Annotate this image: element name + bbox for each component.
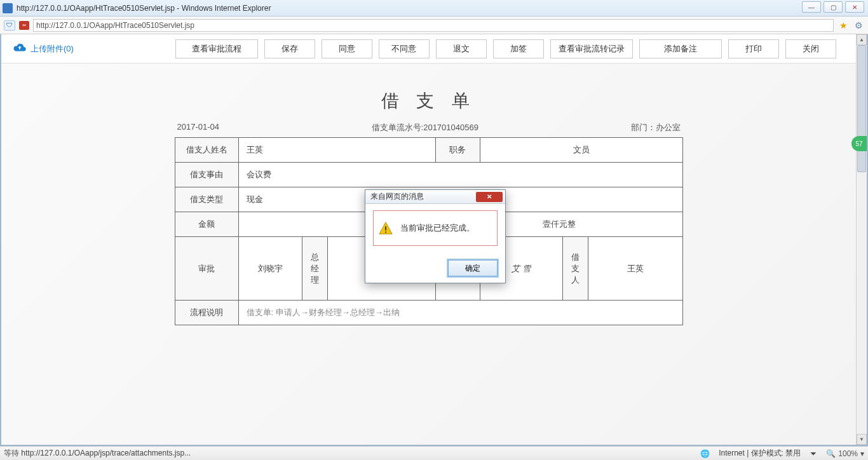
borrower-value: 王英: [588, 237, 682, 301]
form-department: 部门：办公室: [631, 122, 681, 133]
cosign-button[interactable]: 加签: [493, 39, 544, 58]
form-date: 2017-01-04: [177, 122, 220, 133]
window-title: http://127.0.0.1/OAapp/HtTrace0510Servle…: [17, 4, 271, 13]
approve-label: 审批: [175, 237, 238, 301]
window-controls: — ▢ ✕: [802, 1, 864, 13]
side-notification-badge[interactable]: 57: [851, 136, 867, 151]
status-bar: 等待 http://127.0.0.1/OAapp/jsp/trace/atta…: [0, 446, 868, 460]
protected-mode-toggle-icon[interactable]: ⏷: [810, 449, 817, 458]
globe-icon: 🌐: [700, 449, 710, 458]
form-meta-row: 2017-01-04 借支单流水号:201701040569 部门：办公室: [175, 122, 683, 133]
alert-message: 当前审批已经完成。: [400, 222, 475, 234]
reason-value: 会议费: [238, 163, 682, 187]
security-shield-icon[interactable]: 🛡: [4, 20, 15, 30]
agree-button[interactable]: 同意: [322, 39, 372, 58]
add-remark-button[interactable]: 添加备注: [639, 39, 722, 58]
address-bar: 🛡 ∞ http://127.0.0.1/OAapp/HtTrace0510Se…: [0, 17, 868, 34]
url-input[interactable]: http://127.0.0.1/OAapp/HtTrace0510Servle…: [33, 19, 834, 32]
scroll-down-arrow[interactable]: ▼: [857, 434, 867, 445]
alert-ok-button[interactable]: 确定: [448, 260, 498, 276]
scroll-track[interactable]: [857, 45, 867, 434]
tools-icon[interactable]: ⚙: [853, 20, 864, 30]
cloud-upload-icon: [13, 43, 27, 55]
favorites-icon[interactable]: ★: [837, 20, 849, 30]
reason-label: 借支事由: [175, 163, 238, 187]
post-value: 文员: [480, 138, 682, 163]
zoom-level: 100%: [838, 449, 858, 458]
close-button[interactable]: 关闭: [785, 39, 836, 58]
approve-person-1: 刘晓宇: [238, 237, 302, 301]
name-label: 借支人姓名: [175, 138, 238, 163]
name-value: 王英: [238, 138, 435, 163]
maximize-button[interactable]: ▢: [824, 1, 843, 13]
scroll-up-arrow[interactable]: ▲: [857, 34, 867, 45]
warning-icon: [379, 221, 393, 235]
disagree-button[interactable]: 不同意: [379, 39, 430, 58]
print-button[interactable]: 打印: [728, 39, 779, 58]
alert-titlebar: 来自网页的消息 ✕: [365, 190, 505, 204]
zoom-icon[interactable]: 🔍: [826, 449, 836, 458]
upload-attachment-link[interactable]: 上传附件(0): [13, 43, 74, 55]
form-title: 借 支 单: [175, 89, 683, 113]
alert-title: 来自网页的消息: [370, 191, 424, 202]
status-text: 等待 http://127.0.0.1/OAapp/jsp/trace/atta…: [4, 448, 700, 459]
view-flow-record-button[interactable]: 查看审批流转记录: [550, 39, 633, 58]
alert-close-button[interactable]: ✕: [476, 192, 503, 202]
save-button[interactable]: 保存: [264, 39, 315, 58]
upload-attachment-label: 上传附件(0): [31, 43, 74, 55]
flow-text: 借支单: 申请人→财务经理→总经理→出纳: [238, 301, 682, 325]
return-button[interactable]: 退文: [436, 39, 487, 58]
toolbar: 查看审批流程 保存 同意 不同意 退文 加签 查看审批流转记录 添加备注 打印 …: [175, 39, 836, 58]
view-flow-button[interactable]: 查看审批流程: [175, 39, 258, 58]
scroll-thumb[interactable]: [857, 45, 866, 172]
flow-label: 流程说明: [175, 301, 238, 325]
borrower-label: 借支人: [562, 237, 588, 301]
type-label: 借支类型: [175, 187, 238, 212]
svg-rect-0: [385, 226, 386, 230]
ie-icon: [3, 3, 13, 13]
form-serial: 借支单流水号:201701040569: [219, 122, 631, 133]
minimize-button[interactable]: —: [802, 1, 821, 13]
window-titlebar: http://127.0.0.1/OAapp/HtTrace0510Servle…: [0, 0, 868, 17]
app-header: 上传附件(0) 查看审批流程 保存 同意 不同意 退文 加签 查看审批流转记录 …: [1, 34, 856, 64]
zoom-dropdown-icon[interactable]: ▾: [860, 449, 864, 458]
security-zone-text: Internet | 保护模式: 禁用: [719, 448, 801, 459]
window-close-button[interactable]: ✕: [845, 1, 864, 13]
vertical-scrollbar[interactable]: ▲ ▼: [856, 34, 867, 445]
post-label: 职务: [435, 138, 480, 163]
alert-message-box: 当前审批已经完成。: [373, 210, 498, 246]
amount-label: 金额: [175, 212, 238, 237]
svg-rect-1: [385, 232, 386, 233]
site-icon: ∞: [19, 21, 29, 30]
alert-dialog: 来自网页的消息 ✕ 当前审批已经完成。 确定: [365, 189, 506, 283]
approve-title-1: 总经理: [302, 237, 327, 301]
